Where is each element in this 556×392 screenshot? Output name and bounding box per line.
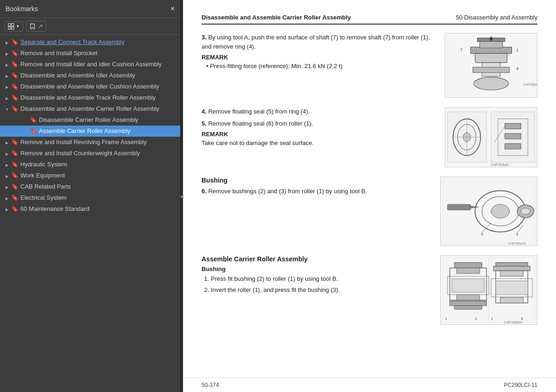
svg-rect-9 bbox=[475, 53, 507, 63]
svg-point-37 bbox=[491, 204, 510, 218]
diagram-svg-3: 3 2 C4P35123 bbox=[441, 177, 537, 246]
close-button[interactable]: × bbox=[168, 4, 177, 14]
diagrams-45: C4P20A00 bbox=[445, 107, 537, 167]
bookmark-icon: 🔖 bbox=[30, 116, 36, 124]
bookmark-icon: 🔖 bbox=[11, 50, 18, 57]
expand-icon[interactable] bbox=[4, 139, 10, 146]
bookmark-item-assemble-carrier[interactable]: 🔖 Assemble Carrier Roller Assembly bbox=[0, 126, 183, 137]
bookmark-item-idler-assembly[interactable]: 🔖 Disassemble and Assemble Idler Assembl… bbox=[0, 70, 183, 81]
assemble-steps: Press fit bushing (2) to roller (1) by u… bbox=[202, 274, 431, 294]
bushing-row: Bushing 6. Remove bushings (2) and (3) f… bbox=[202, 177, 537, 246]
expand-icon[interactable] bbox=[4, 172, 10, 180]
bookmarks-title: Bookmarks bbox=[6, 5, 38, 13]
svg-rect-52 bbox=[452, 278, 484, 292]
svg-rect-56 bbox=[493, 266, 530, 271]
bookmark-item-carrier-roller[interactable]: 🔖 Disassemble and Assemble Carrier Rolle… bbox=[0, 103, 183, 114]
bookmark-text: Disassemble Carrier Roller Assembly bbox=[39, 116, 179, 124]
bookmark-item-work-equipment[interactable]: 🔖 Work Equipment bbox=[0, 170, 183, 181]
svg-rect-47 bbox=[455, 263, 482, 268]
remark-label-2: REMARK bbox=[202, 131, 436, 138]
svg-rect-28 bbox=[505, 133, 521, 139]
bookmark-item-revolving-frame[interactable]: 🔖 Remove and Install Revolving Frame Ass… bbox=[0, 137, 183, 148]
expand-icon[interactable] bbox=[4, 206, 10, 213]
expand-icon[interactable] bbox=[4, 106, 10, 113]
step45-row: 4. Remove floating seal (5) from ring (4… bbox=[202, 107, 537, 167]
diagram-C4P35123: 3 2 C4P35123 bbox=[440, 177, 537, 246]
bookmark-text: Remove and Install Sprocket bbox=[20, 49, 179, 57]
expand-icon[interactable] bbox=[4, 50, 10, 57]
bookmark-text: Work Equipment bbox=[20, 171, 179, 180]
bookmark-text: Electrical System bbox=[20, 194, 179, 202]
bookmark-item-idler-cushion[interactable]: 🔖 Disassemble and Assemble Idler Cushion… bbox=[0, 81, 183, 92]
svg-text:2: 2 bbox=[516, 232, 518, 236]
bookmark-item-counterweight[interactable]: 🔖 Remove and Install Counterweight Assem… bbox=[0, 148, 183, 159]
diagram-svg-4: 1 2 1 3 C4P34B0N bbox=[441, 255, 537, 325]
svg-rect-27 bbox=[505, 123, 521, 129]
bookmark-item-maintenance[interactable]: 🔖 60 Maintenance Standard bbox=[0, 203, 183, 215]
svg-rect-33 bbox=[448, 204, 471, 210]
svg-text:C4P34B0N: C4P34B0N bbox=[504, 320, 523, 324]
bookmark-icon: 🔖 bbox=[11, 105, 18, 113]
bookmark-icon: 🔖 bbox=[11, 94, 18, 101]
resize-handle[interactable]: ◀ bbox=[180, 0, 183, 392]
bookmark-item-cab[interactable]: 🔖 CAB Related Parts bbox=[0, 181, 183, 192]
expand-icon[interactable] bbox=[4, 195, 10, 202]
bookmarks-list: 🔖 Separate and Connect Track Assembly 🔖 … bbox=[0, 35, 183, 392]
bookmark-text: CAB Related Parts bbox=[20, 183, 179, 191]
diagram-C4P20A00: C4P20A00 bbox=[445, 107, 537, 167]
bookmark-icon: 🔖 bbox=[11, 38, 18, 46]
step5-para: 5. Remove floating seal (6) from roller … bbox=[202, 119, 436, 128]
page-number-right: PC290LCI-11 bbox=[504, 382, 537, 388]
svg-point-12 bbox=[474, 77, 509, 90]
svg-rect-53 bbox=[450, 301, 486, 306]
svg-text:1: 1 bbox=[491, 317, 493, 320]
bookmarks-toolbar: ▼ ↗ bbox=[0, 18, 183, 35]
bookmark-item-disassemble-carrier[interactable]: 🔖 Disassemble Carrier Roller Assembly bbox=[0, 114, 183, 126]
bookmark-icon: 🔖 bbox=[11, 172, 18, 179]
expand-icon[interactable] bbox=[4, 61, 10, 69]
svg-text:3: 3 bbox=[481, 232, 483, 236]
svg-rect-58 bbox=[500, 271, 524, 276]
bookmarks-header: Bookmarks × bbox=[0, 0, 183, 18]
svg-text:1: 1 bbox=[445, 317, 447, 320]
svg-rect-54 bbox=[455, 306, 482, 310]
svg-rect-0 bbox=[8, 23, 11, 25]
step6-para: 6. Remove bushings (2) and (3) from roll… bbox=[202, 187, 431, 196]
grid-view-button[interactable]: ▼ bbox=[5, 21, 23, 32]
bookmark-icon: 🔖 bbox=[11, 150, 18, 157]
svg-text:C4P20A00: C4P20A00 bbox=[491, 163, 509, 167]
expand-icon[interactable] bbox=[4, 183, 10, 191]
svg-rect-1 bbox=[12, 23, 14, 25]
bookmark-add-button[interactable]: ↗ bbox=[26, 21, 46, 32]
expand-icon[interactable] bbox=[4, 39, 10, 46]
assemble-main-heading: Assemble Carrier Roller Assembly bbox=[202, 255, 431, 263]
step3-row: 3. By using tool A, push the end surface… bbox=[202, 33, 537, 98]
bookmark-item-sprocket[interactable]: 🔖 Remove and Install Sprocket bbox=[0, 48, 183, 59]
page-number-left: 50-374 bbox=[202, 382, 219, 388]
bookmark-item-separate-connect[interactable]: 🔖 Separate and Connect Track Assembly bbox=[0, 37, 183, 48]
step45-text: 4. Remove floating seal (5) from ring (4… bbox=[202, 107, 436, 146]
bookmark-item-electrical[interactable]: 🔖 Electrical System bbox=[0, 192, 183, 203]
bookmark-text: 60 Maintenance Standard bbox=[20, 205, 179, 213]
expand-icon[interactable] bbox=[4, 83, 10, 91]
assemble-text: Assemble Carrier Roller Assembly Bushing… bbox=[202, 255, 431, 296]
bookmark-icon: 🔖 bbox=[11, 161, 18, 168]
bushing-text: Bushing 6. Remove bushings (2) and (3) f… bbox=[202, 177, 431, 199]
bookmark-text: Assemble Carrier Roller Assembly bbox=[39, 127, 179, 135]
remark-text-2: Take care not to damage the seal surface… bbox=[202, 139, 436, 146]
bookmark-item-hydraulic[interactable]: 🔖 Hydraulic System bbox=[0, 159, 183, 170]
expand-icon[interactable] bbox=[4, 161, 10, 169]
expand-icon[interactable] bbox=[4, 150, 10, 158]
bookmark-item-idler-install[interactable]: 🔖 Remove and Install Idler and Idler Cus… bbox=[0, 59, 183, 70]
expand-icon[interactable] bbox=[4, 95, 10, 102]
svg-rect-61 bbox=[496, 281, 528, 295]
bookmark-icon: 🔖 bbox=[30, 127, 36, 135]
bookmark-icon: 🔖 bbox=[11, 205, 18, 213]
diagram-C4P34B0N: 1 2 1 3 C4P34B0N bbox=[440, 255, 537, 325]
remark-label-1: REMARK bbox=[202, 54, 436, 61]
step4-para: 4. Remove floating seal (5) from ring (4… bbox=[202, 107, 436, 116]
expand-icon[interactable] bbox=[4, 72, 10, 80]
bookmark-item-track-roller[interactable]: 🔖 Disassemble and Assemble Track Roller … bbox=[0, 92, 183, 103]
svg-text:2: 2 bbox=[475, 317, 477, 320]
bookmark-icon: 🔖 bbox=[11, 183, 18, 190]
